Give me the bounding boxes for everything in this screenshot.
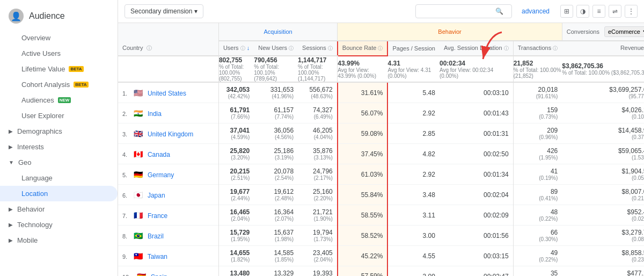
country-link[interactable]: Japan <box>148 192 165 199</box>
transactions-header[interactable]: Transactions ⓘ <box>513 41 562 56</box>
transactions-cell: 20,018 (91.61%) <box>513 82 562 103</box>
sessions-cell: 24,796 (2.17%) <box>298 164 338 185</box>
flag-icon: 🇫🇷 <box>134 211 143 220</box>
row-number: 3. <box>122 131 127 137</box>
country-cell: 2. 🇮🇳 India <box>118 103 218 124</box>
sidebar-section-demographics[interactable]: ▶ Demographics <box>0 124 118 139</box>
avg-session-cell: 00:02:09 <box>440 205 513 226</box>
country-link[interactable]: Spain <box>151 273 167 277</box>
behavior-section-header: Behavior <box>338 23 562 41</box>
avg-session-cell: 00:01:34 <box>440 164 513 185</box>
search-input[interactable] <box>420 8 495 15</box>
country-link[interactable]: Canada <box>148 151 170 158</box>
sidebar-item-cohort-analysis[interactable]: Cohort Analysis BETA <box>0 77 118 92</box>
pages-session-cell: 3.00 <box>387 226 440 246</box>
sidebar-item-audiences[interactable]: Audiences NEW <box>0 92 118 108</box>
list-view-icon[interactable]: ≡ <box>592 5 605 18</box>
main-content: Secondary dimension ▾ 🔍 advanced ⊞ ◑ ≡ ⇌… <box>118 0 644 276</box>
row-number: 9. <box>122 253 127 260</box>
table-row: 10. 🇪🇸 Spain 13,480 (1.67%) 13,329 (1.69… <box>118 266 644 277</box>
revenue-cell: $59,065.42 (1.53%) <box>562 144 644 164</box>
country-link[interactable]: Taiwan <box>148 253 167 260</box>
search-icon[interactable]: 🔍 <box>495 8 503 15</box>
bounce-rate-header[interactable]: Bounce Rate ⓘ <box>338 41 388 56</box>
conversions-dropdown[interactable]: eCommerce <box>604 26 644 37</box>
avg-session-duration-header[interactable]: Avg. Session Duration ⓘ <box>440 41 513 56</box>
revenue-cell: $1,904.57 (0.05%) <box>562 164 644 185</box>
pages-session-cell: 3.11 <box>387 205 440 226</box>
more-icon[interactable]: ⋮ <box>625 5 638 18</box>
sidebar-section-behavior[interactable]: ▶ Behavior <box>0 201 118 217</box>
info-icon: ⓘ <box>240 46 245 51</box>
row-number: 5. <box>122 172 127 178</box>
chevron-right-icon: ▶ <box>9 206 13 212</box>
sidebar-section-technology[interactable]: ▶ Technology <box>0 217 118 233</box>
info-icon: ⓘ <box>328 46 333 51</box>
advanced-link[interactable]: advanced <box>522 8 550 15</box>
country-header[interactable]: Country ⓘ <box>118 23 218 56</box>
data-table-container: Country ⓘ Acquisition Behavior Conversio… <box>118 23 644 276</box>
revenue-cell: $8,858.56 (0.23%) <box>562 246 644 266</box>
transactions-cell: 35 (0.16%) <box>513 266 562 277</box>
sidebar-item-active-users[interactable]: Active Users <box>0 46 118 61</box>
sidebar-section-label: Interests <box>17 143 44 151</box>
pie-chart-icon[interactable]: ◑ <box>576 5 589 18</box>
pages-session-header[interactable]: Pages / Session <box>387 41 440 56</box>
total-pages-session: 4.31 Avg for View: 4.31 (0.00%) <box>387 56 440 82</box>
sessions-cell: 19,393 (1.69%) <box>298 266 338 277</box>
sort-desc-icon[interactable]: ↓ <box>247 45 250 51</box>
new-users-cell: 36,056 (4.56%) <box>254 124 298 144</box>
country-cell: 7. 🇫🇷 France <box>118 205 218 226</box>
sidebar-item-lifetime-value[interactable]: Lifetime Value BETA <box>0 61 118 77</box>
sidebar-item-label: User Explorer <box>21 112 64 120</box>
sessions-cell: 25,160 (2.20%) <box>298 185 338 205</box>
conversions-section-header: Conversions eCommerce <box>562 23 644 41</box>
avg-session-cell: 00:01:56 <box>440 226 513 246</box>
country-cell: 9. 🇹🇼 Taiwan <box>118 246 218 266</box>
sessions-header[interactable]: Sessions ⓘ <box>298 41 338 56</box>
transactions-cell: 89 (0.41%) <box>513 185 562 205</box>
sidebar-item-overview[interactable]: Overview <box>0 30 118 46</box>
users-cell: 25,820 (3.20%) <box>218 144 254 164</box>
flag-icon: 🇹🇼 <box>134 252 143 260</box>
new-users-header[interactable]: New Users ⓘ <box>254 41 298 56</box>
row-number: 8. <box>122 233 127 239</box>
compare-icon[interactable]: ⇌ <box>609 5 621 18</box>
sidebar-item-location[interactable]: Location <box>0 186 118 201</box>
sidebar-item-user-explorer[interactable]: User Explorer <box>0 108 118 124</box>
flag-icon: 🇩🇪 <box>134 170 143 179</box>
sidebar-item-label: Cohort Analysis <box>21 81 70 89</box>
users-cell: 19,677 (2.44%) <box>218 185 254 205</box>
bounce-rate-cell: 45.22% <box>338 246 388 266</box>
country-link[interactable]: United Kingdom <box>148 130 193 138</box>
country-link[interactable]: Brazil <box>148 233 164 240</box>
table-row: 3. 🇬🇧 United Kingdom 37,041 (4.59%) 36,0… <box>118 124 644 144</box>
transactions-cell: 159 (0.73%) <box>513 103 562 124</box>
revenue-header[interactable]: Revenue ⓘ <box>562 41 644 56</box>
secondary-dimension-button[interactable]: Secondary dimension ▾ <box>125 4 203 18</box>
totals-label <box>118 56 218 82</box>
table-row: 9. 🇹🇼 Taiwan 14,655 (1.82%) 14,585 (1.85… <box>118 246 644 266</box>
sidebar-item-language[interactable]: Language <box>0 170 118 186</box>
sidebar-section-mobile[interactable]: ▶ Mobile <box>0 233 118 248</box>
total-avg-session: 00:02:34 Avg for View: 00:02:34 (0.00%) <box>440 56 513 82</box>
table-row: 1. 🇺🇸 United States 342,053 (42.42%) 331… <box>118 82 644 103</box>
total-sessions: 1,144,717 % of Total: 100.00% (1,144,717… <box>298 56 338 82</box>
bounce-rate-cell: 58.55% <box>338 205 388 226</box>
users-cell: 16,465 (2.04%) <box>218 205 254 226</box>
country-link[interactable]: France <box>148 212 167 220</box>
info-icon: ⓘ <box>378 46 383 51</box>
avg-session-cell: 00:02:47 <box>440 266 513 277</box>
sidebar-section-interests[interactable]: ▶ Interests <box>0 139 118 155</box>
new-users-cell: 16,364 (2.07%) <box>254 205 298 226</box>
users-header[interactable]: Users ⓘ ↓ <box>218 41 254 56</box>
country-link[interactable]: United States <box>148 90 186 97</box>
sidebar-section-geo[interactable]: ▼ Geo <box>0 155 118 170</box>
country-link[interactable]: India <box>148 110 162 118</box>
chevron-right-icon: ▶ <box>9 222 13 228</box>
chevron-right-icon: ▶ <box>9 237 13 243</box>
bounce-rate-cell: 58.52% <box>338 226 388 246</box>
chevron-right-icon: ▶ <box>9 144 13 150</box>
grid-view-icon[interactable]: ⊞ <box>560 5 573 18</box>
country-link[interactable]: Germany <box>148 171 174 179</box>
